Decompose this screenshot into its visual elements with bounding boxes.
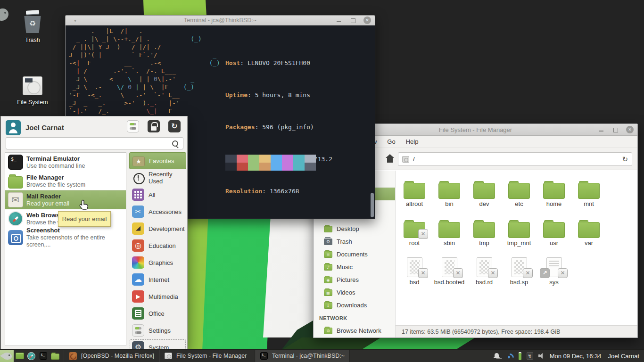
file-item[interactable]: sbin	[432, 215, 467, 255]
wifi-icon[interactable]	[505, 353, 513, 359]
search-input[interactable]	[6, 138, 183, 149]
file-item[interactable]: tmp_mnt	[502, 215, 537, 255]
category-item[interactable]: Graphics	[129, 254, 186, 271]
category-item[interactable]: Multimedia	[129, 288, 186, 305]
avatar[interactable]	[6, 120, 21, 135]
minimize-button[interactable]	[598, 126, 605, 133]
sidebar-item[interactable]: Documents	[314, 248, 395, 261]
lock-icon[interactable]	[148, 120, 160, 132]
file-item[interactable]: dev	[467, 176, 502, 215]
web-browser-icon	[8, 211, 23, 226]
desktop-icon[interactable]: File System	[12, 76, 53, 106]
openbsd-puffy-icon	[2, 353, 12, 360]
sidebar-item[interactable]: Desktop	[314, 222, 395, 235]
file-item[interactable]: tmp	[467, 215, 502, 255]
palette-swatch	[225, 163, 237, 171]
taskbar-window-button[interactable]: [OpenBSD - Mozilla Firefox]	[64, 350, 159, 362]
fm-menu-item[interactable]: Help	[401, 138, 424, 145]
category-item-label: System	[149, 344, 169, 349]
sidebar-item[interactable]: Downloads	[314, 299, 395, 312]
app-item[interactable]: Mail Reader Read your email	[5, 190, 126, 209]
search-box[interactable]	[6, 137, 183, 149]
file-item[interactable]: ✕ bsd.booted	[432, 255, 467, 294]
file-item[interactable]: ✕ bsd.rd	[467, 255, 502, 294]
taskbar-window-button[interactable]: Terminal - jca@ThinkBSD:~	[255, 350, 350, 362]
file-item[interactable]: var	[571, 215, 606, 255]
taskbar-window-label: File System - File Manager	[176, 353, 247, 359]
sidebar-item[interactable]: NETWORK	[314, 312, 395, 324]
scrollbar-thumb[interactable]	[371, 193, 374, 217]
sidebar-item-label: Downloads	[337, 302, 367, 309]
file-item[interactable]: ✕ root	[397, 215, 432, 255]
close-button[interactable]	[363, 16, 371, 24]
close-button[interactable]	[626, 126, 634, 133]
fm-menu-item[interactable]: Go	[382, 138, 400, 145]
category-item[interactable]: Development	[129, 220, 186, 237]
file-item[interactable]: usr	[537, 215, 571, 255]
file-item[interactable]: ↗✕ sys	[537, 255, 571, 294]
launcher-button[interactable]	[49, 350, 61, 362]
battery-bar-icon[interactable]	[519, 352, 521, 360]
refresh-icon[interactable]: ↻	[622, 155, 628, 164]
category-item[interactable]: System	[129, 339, 186, 349]
launcher-button[interactable]	[37, 350, 49, 362]
category-item[interactable]: Favorites	[129, 152, 186, 169]
chevron-down-icon[interactable]: ▾	[74, 16, 76, 25]
app-item-title: Screenshot	[26, 227, 126, 234]
whisker-menu-button[interactable]	[0, 350, 14, 362]
terminal-color-palette	[225, 155, 316, 171]
maximize-button[interactable]	[612, 126, 619, 133]
desktop-icon[interactable]: Trash	[12, 11, 53, 43]
file-item-label: tmp_mnt	[507, 239, 531, 247]
maximize-button[interactable]	[349, 16, 357, 24]
category-item-label: Development	[149, 225, 185, 232]
palette-swatch	[259, 155, 271, 163]
category-item[interactable]: Settings	[129, 322, 186, 339]
folder-documents-icon	[324, 251, 332, 258]
clock[interactable]: Mon 09 Dec, 16:34	[550, 350, 602, 362]
file-item-label: home	[546, 200, 562, 207]
path-bar[interactable]: / ↻	[398, 152, 632, 166]
terminal-titlebar[interactable]: ▾ Terminal - jca@ThinkBSD:~	[66, 16, 375, 25]
app-item[interactable]: Terminal Emulator Use the command line	[5, 153, 126, 172]
launcher-button[interactable]	[14, 350, 25, 362]
settings-toggles-icon[interactable]	[127, 120, 139, 132]
notifications-icon[interactable]	[494, 353, 500, 359]
file-item[interactable]: bin	[432, 176, 467, 215]
sidebar-item[interactable]: Music	[314, 261, 395, 273]
category-item[interactable]: All	[129, 186, 186, 203]
taskbar: [OpenBSD - Mozilla Firefox] File System …	[0, 349, 644, 362]
file-item[interactable]: mnt	[571, 176, 606, 215]
file-item[interactable]: altroot	[397, 176, 432, 215]
sidebar-item[interactable]: Pictures	[314, 273, 395, 286]
taskbar-user-name: Joel Carnat	[608, 350, 639, 362]
category-item[interactable]: Internet	[129, 271, 186, 288]
sidebar-item[interactable]: Trash	[314, 235, 395, 248]
sidebar-item-label: Trash	[337, 238, 352, 245]
category-item[interactable]: Education	[129, 237, 186, 254]
minimize-button[interactable]	[335, 16, 343, 24]
file-item[interactable]: home	[537, 176, 571, 215]
sidebar-item[interactable]: Browse Network	[314, 324, 395, 337]
file-item[interactable]: ✕ bsd.sp	[502, 255, 537, 294]
app-item[interactable]: File Manager Browse the file system	[5, 172, 126, 190]
taskbar-window-button[interactable]: File System - File Manager	[159, 350, 255, 362]
app-item[interactable]: Screenshot Take screenshots of the entir…	[5, 228, 126, 247]
sidebar-item[interactable]: Videos	[314, 286, 395, 299]
folder-music-icon	[324, 264, 332, 271]
user-name: Joel Carnat	[25, 123, 64, 132]
category-item[interactable]: Office	[129, 305, 186, 322]
whisker-menu: Joel Carnat Terminal Emulator Use the co…	[0, 116, 188, 349]
logout-icon[interactable]	[168, 120, 181, 132]
launcher-button[interactable]	[25, 350, 37, 362]
file-item[interactable]: ✕ bsd	[397, 255, 432, 294]
trash-small-icon	[324, 239, 332, 245]
file-item[interactable]: etc	[502, 176, 537, 215]
power-manager-icon[interactable]	[527, 352, 533, 360]
file-item-label: sys	[549, 279, 559, 286]
home-button[interactable]	[382, 151, 398, 166]
category-item[interactable]: Recently Used	[129, 169, 186, 186]
category-item[interactable]: Accessories	[129, 203, 186, 220]
volume-icon[interactable]	[538, 353, 545, 359]
palette-swatch	[259, 163, 271, 171]
